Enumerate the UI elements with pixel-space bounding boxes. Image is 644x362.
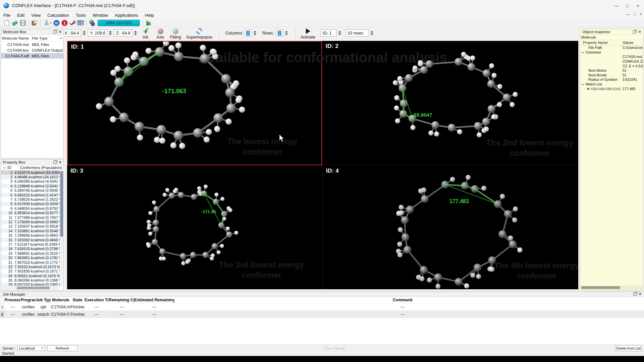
animate-id-spinner[interactable]: ID: 1 <box>321 29 342 37</box>
open-result-button[interactable]: Open Result <box>324 345 345 351</box>
viewport-3[interactable]: ID: 3 -171.95 The 3rd lowest energy conf… <box>67 166 322 289</box>
viewport-2[interactable]: ID: 2 -65.9047 The 2nd lowest energy con… <box>322 41 578 165</box>
save-icon[interactable] <box>19 19 27 26</box>
job-column-command[interactable]: Command <box>174 298 631 302</box>
new-file-icon[interactable] <box>3 19 11 26</box>
animate-button[interactable]: Animate <box>299 28 317 40</box>
delete-watch-icon[interactable]: × <box>587 87 589 90</box>
inspector-row[interactable]: Radius of Gyration3.621041 <box>580 77 643 82</box>
menu-file[interactable]: File <box>0 13 14 18</box>
chevron-down-icon[interactable] <box>582 51 584 53</box>
coord-z-arrows[interactable] <box>133 29 138 37</box>
open-file-icon[interactable] <box>11 19 19 26</box>
menu-view[interactable]: View <box>28 13 44 18</box>
inspector-row[interactable]: Comment <box>580 50 643 55</box>
import-icon[interactable] <box>31 19 39 26</box>
close-panel-icon[interactable]: × <box>639 31 641 34</box>
conformer-row[interactable]: 76.738526 kcal/mol (1.2522 %) <box>1 197 60 201</box>
molecule-list-item[interactable]: C17H34-F.sdfMDL Files <box>1 53 63 59</box>
conformer-row[interactable]: 66.666222 kcal/mol (1.4147 %) <box>1 193 60 197</box>
scrollbar-thumb[interactable] <box>581 286 620 289</box>
molecule-model-3[interactable] <box>67 166 322 289</box>
inspector-row[interactable]: File PathC:/Users/conflex <box>580 46 643 50</box>
run-flag-icon[interactable] <box>145 19 153 26</box>
molecule-model-1[interactable] <box>68 42 321 165</box>
job-column-program[interactable]: Program <box>21 298 36 302</box>
conformer-row[interactable]: 96.948055 kcal/mol (0.8792 %) <box>1 206 60 210</box>
vertical-scrollbar[interactable] <box>60 171 63 285</box>
float-panel-icon[interactable] <box>53 31 56 34</box>
conformer-row[interactable]: 207.893951 kcal/mol (0.1781 %) <box>1 255 60 260</box>
job-column-execution-time[interactable]: Execution Time <box>85 298 109 302</box>
coord-x-arrows[interactable] <box>82 29 87 37</box>
animate-interval-arrows[interactable] <box>370 29 374 37</box>
conformer-spheres-icon[interactable] <box>88 19 96 26</box>
maximize-button[interactable]: □ <box>622 0 633 11</box>
close-panel-icon[interactable]: × <box>59 161 61 164</box>
conformer-row[interactable]: 258.050366 kcal/mol (0.1368 %) <box>1 278 60 282</box>
conformer-row[interactable]: 14.510274 kcal/mol (53.8263 %) <box>1 170 60 175</box>
conformer-row[interactable]: 217.897015 kcal/mol (0.1772 %) <box>1 260 60 264</box>
rows-spinner[interactable]: 2 <box>276 29 289 37</box>
scroll-up-icon[interactable] <box>60 37 62 39</box>
property-box-tree-header[interactable]: ID Conformers (Population) <box>1 165 63 170</box>
conformer-row[interactable]: 237.931835 kcal/mol (0.1671 %) <box>1 269 60 274</box>
job-row[interactable]: 2---conflexsearchC17H34-F.molFinished---… <box>0 311 644 318</box>
conformer-row[interactable]: 106.983814 kcal/mol (0.8277 %) <box>1 211 60 215</box>
server-list-icon[interactable] <box>76 19 85 26</box>
horizontal-scrollbar[interactable] <box>1 286 59 290</box>
scrollbar-thumb[interactable] <box>60 171 63 237</box>
coord-x-spinner[interactable]: X: -54.4 <box>62 29 87 37</box>
init-button[interactable]: Init. <box>139 28 153 40</box>
job-column-estimated-remaining-time[interactable]: Estimated Remaining Time <box>134 298 174 302</box>
inspector-row[interactable]: Watch List <box>580 82 643 87</box>
chevron-down-icon[interactable] <box>3 166 6 169</box>
inspector-row[interactable]: C2 ,E = 4.510, 0 <box>580 64 643 68</box>
job-column-remaining-cycle[interactable]: Remaining Cycle <box>109 298 134 302</box>
columns-spinner[interactable]: 2 <box>244 29 257 37</box>
conformer-row[interactable]: 157.298956 kcal/mol (0.4863 %) <box>1 233 60 237</box>
coord-z-spinner[interactable]: Z: -54.8 <box>114 29 138 37</box>
menu-tools[interactable]: Tools <box>72 13 89 18</box>
chevron-down-icon[interactable] <box>582 82 584 85</box>
conformer-row[interactable]: 86.912939 kcal/mol (0.9329 %) <box>1 202 60 206</box>
menu-applications[interactable]: Applications <box>111 13 142 18</box>
conformer-row[interactable]: 167.323392 kcal/mol (0.4666 %) <box>1 238 60 242</box>
columns-arrows[interactable] <box>253 29 257 37</box>
horizontal-scrollbar[interactable] <box>581 286 643 290</box>
conformer-row[interactable]: 187.626515 kcal/mol (0.2798 %) <box>1 247 60 251</box>
menu-help[interactable]: Help <box>142 13 157 18</box>
viewport-1[interactable]: ID: 1 -171.063 The lowest energy conform… <box>67 41 322 165</box>
conformer-row[interactable]: 227.93102 kcal/mol (0.1673 %) <box>1 264 60 269</box>
close-panel-icon[interactable]: × <box>639 293 641 296</box>
atom-number-icon[interactable]: 1 <box>60 19 68 26</box>
property-name-header[interactable]: Property Name <box>580 41 623 45</box>
inspector-row[interactable]: Num Atoms51 <box>580 68 643 73</box>
job-column-process-id[interactable]: Process ID <box>5 298 21 302</box>
inspector-row[interactable]: Num Bonds51 <box>580 73 643 78</box>
conformer-row[interactable]: 36.045395 kcal/mol (4.0341 %) <box>1 179 60 184</box>
float-panel-icon[interactable] <box>633 293 636 296</box>
hydrogen-toggle-icon[interactable]: H <box>52 19 60 26</box>
mdi-close-button[interactable]: × <box>640 12 642 16</box>
job-column-state[interactable]: State <box>70 298 85 302</box>
molecule-list-item[interactable]: C17H34.molMDL Files <box>1 42 63 47</box>
conformer-row[interactable]: 127.176069 kcal/mol (0.5983 %) <box>1 220 60 224</box>
conformer-row[interactable]: 147.220861 kcal/mol (0.5548 %) <box>1 229 60 233</box>
rows-arrows[interactable] <box>284 29 289 37</box>
measure-tool-icon[interactable] <box>42 19 52 26</box>
conformer-row[interactable]: 24.98486 kcal/mol (24.1613 %) <box>1 175 60 179</box>
close-button[interactable]: × <box>633 0 643 11</box>
job-row[interactable]: 1---conflexoptC17H34.molFinished--------… <box>0 303 644 311</box>
job-column-molecule[interactable]: Molecule <box>51 298 70 302</box>
animate-interval-spinner[interactable]: 10 msec <box>345 29 374 37</box>
float-panel-icon[interactable] <box>633 31 636 34</box>
float-panel-icon[interactable] <box>53 161 56 164</box>
conformer-row[interactable]: 56.284706 kcal/mol (2.6936 %) <box>1 188 60 193</box>
fitting-button[interactable]: Fitting <box>168 28 183 40</box>
molecule-list-item[interactable]: C17H34.bsoCONFLEX Output File <box>1 47 63 53</box>
values-header[interactable]: Values <box>623 41 634 45</box>
menu-edit[interactable]: Edit <box>14 13 28 18</box>
menu-calculation[interactable]: Calculation <box>44 13 72 18</box>
conformer-row[interactable]: 248.00551 kcal/mol (0.1476 %) <box>1 274 60 278</box>
